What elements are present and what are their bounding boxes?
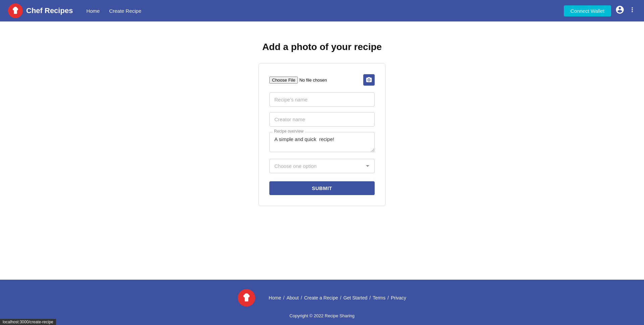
page-title: Add a photo of your recipe [262,42,382,52]
file-input-wrapper [269,77,359,84]
connect-wallet-button[interactable]: Connect Wallet [564,5,611,16]
footer-link-terms[interactable]: Terms [373,295,385,300]
footer-logo [238,289,255,307]
footer-chef-hat-icon [241,292,252,303]
footer-link-create-recipe[interactable]: Create a Recipe [304,295,338,300]
camera-icon [366,77,372,83]
status-bar: localhost:3000/create-recipe [0,319,56,325]
overview-label: Recipe overview [273,129,305,134]
footer-links: Home / About / Create a Recipe / Get Sta… [269,295,406,300]
footer-link-privacy[interactable]: Privacy [391,295,406,300]
footer-sep-2: / [301,295,302,300]
footer: Home / About / Create a Recipe / Get Sta… [0,280,644,325]
nav-create-recipe-link[interactable]: Create Recipe [109,8,141,14]
main-content: Add a photo of your recipe Recipe overvi… [0,21,644,280]
footer-link-about[interactable]: About [286,295,299,300]
category-select[interactable]: Choose one option Breakfast Lunch Dinner… [269,159,375,173]
svg-rect-0 [14,13,17,14]
account-icon[interactable] [615,5,625,17]
svg-rect-1 [245,300,249,301]
submit-button[interactable]: SUBMIT [269,181,375,195]
navbar: Chef Recipes Home Create Recipe Connect … [0,0,644,21]
form-card: Recipe overview A simple and quick recip… [258,63,386,206]
footer-sep-1: / [283,295,284,300]
footer-sep-4: / [369,295,371,300]
nav-home-link[interactable]: Home [86,8,100,14]
footer-sep-5: / [387,295,389,300]
file-upload-row [269,74,375,86]
footer-link-home[interactable]: Home [269,295,281,300]
recipe-name-input[interactable] [269,92,375,107]
footer-sep-3: / [340,295,341,300]
navbar-right: Connect Wallet [564,5,636,17]
status-url: localhost:3000/create-recipe [3,320,53,324]
overview-textarea[interactable]: A simple and quick recipe! [269,132,375,152]
brand-name: Chef Recipes [26,6,73,15]
navbar-links: Home Create Recipe [86,8,141,14]
creator-name-input[interactable] [269,112,375,127]
footer-top: Home / About / Create a Recipe / Get Sta… [13,289,631,307]
more-options-icon[interactable] [629,6,636,15]
chef-hat-icon [11,6,20,15]
footer-link-get-started[interactable]: Get Started [343,295,368,300]
logo-icon [8,3,23,18]
overview-wrapper: Recipe overview A simple and quick recip… [269,132,375,153]
camera-button[interactable] [363,74,375,86]
file-input[interactable] [269,77,352,84]
brand-logo-link[interactable]: Chef Recipes [8,3,73,18]
footer-copyright: Copyright © 2022 Recipe Sharing [289,313,355,318]
